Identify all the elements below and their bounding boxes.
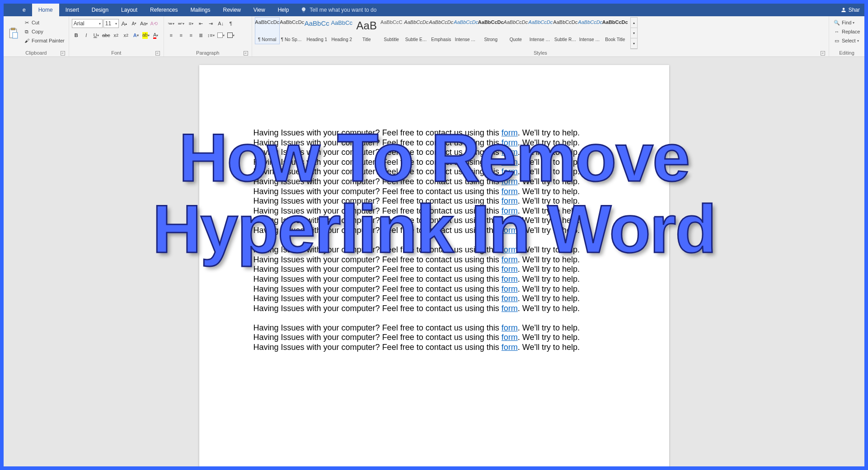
paragraph-launcher[interactable]: ⌐ (244, 51, 248, 56)
bold-button[interactable]: B (72, 31, 81, 40)
text-effects-button[interactable]: A▾ (131, 31, 141, 40)
cut-button[interactable]: ✂Cut (22, 19, 66, 27)
superscript-button[interactable]: x2 (122, 31, 131, 40)
doc-line[interactable]: Having Issues with your computer? Feel f… (253, 138, 615, 148)
form-link[interactable]: form (502, 148, 518, 157)
tell-me-search[interactable]: Tell me what you want to do (300, 7, 376, 13)
numbering-button[interactable]: ≕▾ (177, 19, 186, 28)
style-heading-2[interactable]: AaBbCcHeading 2 (329, 17, 354, 44)
form-link[interactable]: form (502, 245, 518, 254)
tab-help[interactable]: Help (272, 4, 296, 16)
doc-line[interactable]: Having Issues with your computer? Feel f… (253, 187, 615, 197)
align-left-button[interactable]: ≡ (167, 31, 176, 40)
shading-button[interactable]: ▾ (216, 31, 225, 40)
doc-line[interactable]: Having Issues with your computer? Feel f… (253, 284, 615, 294)
underline-button[interactable]: U▾ (92, 31, 101, 40)
style-emphasis[interactable]: AaBbCcDcEmphasis (429, 17, 454, 44)
font-name-combo[interactable]: Arial▾ (72, 19, 103, 28)
style-heading-1[interactable]: AaBbCcHeading 1 (305, 17, 329, 44)
doc-line[interactable]: Having Issues with your computer? Feel f… (253, 333, 615, 343)
change-case-button[interactable]: Aa▾ (140, 19, 149, 28)
page[interactable]: Having Issues with your computer? Feel f… (199, 65, 669, 466)
italic-button[interactable]: I (82, 31, 91, 40)
document-area[interactable]: Having Issues with your computer? Feel f… (4, 57, 864, 466)
doc-line[interactable]: Having Issues with your computer? Feel f… (253, 167, 615, 177)
style-book-title[interactable]: AaBbCcDcBook Title (603, 17, 628, 44)
styles-more[interactable]: ▴▾▾ (630, 17, 638, 49)
select-button[interactable]: ▭Select▾ (832, 37, 862, 45)
tab-layout[interactable]: Layout (115, 4, 144, 16)
doc-line[interactable]: Having Issues with your computer? Feel f… (253, 343, 615, 353)
form-link[interactable]: form (502, 304, 518, 313)
style---no-spac---[interactable]: AaBbCcDc¶ No Spac... (280, 17, 305, 44)
form-link[interactable]: form (502, 138, 518, 147)
strikethrough-button[interactable]: abc (102, 31, 111, 40)
clear-formatting-button[interactable]: A⟲ (150, 19, 159, 28)
doc-line[interactable]: Having Issues with your computer? Feel f… (253, 255, 615, 265)
font-color-button[interactable]: A▾ (151, 31, 160, 40)
share-button[interactable]: Shar (840, 7, 860, 13)
increase-indent-button[interactable]: ⇥ (206, 19, 216, 28)
tab-mailings[interactable]: Mailings (184, 4, 216, 16)
align-center-button[interactable]: ≡ (177, 31, 186, 40)
form-link[interactable]: form (502, 275, 518, 284)
styles-gallery[interactable]: AaBbCcDc¶ NormalAaBbCcDc¶ No Spac...AaBb… (255, 17, 628, 49)
style-strong[interactable]: AaBbCcDcStrong (479, 17, 503, 44)
doc-line[interactable]: Having Issues with your computer? Feel f… (253, 128, 615, 138)
clipboard-launcher[interactable]: ⌐ (61, 51, 65, 56)
style-subtle-ref---[interactable]: AaBbCcDcSubtle Ref... (553, 17, 578, 44)
form-link[interactable]: form (502, 206, 518, 215)
show-marks-button[interactable]: ¶ (226, 19, 235, 28)
form-link[interactable]: form (502, 177, 518, 186)
style-intense-re---[interactable]: AaBbCcDcIntense Re... (578, 17, 603, 44)
replace-button[interactable]: ↔Replace (832, 28, 862, 36)
form-link[interactable]: form (502, 216, 518, 225)
doc-line[interactable]: Having Issues with your computer? Feel f… (253, 245, 615, 255)
style-intense-q---[interactable]: AaBbCcDcIntense Q... (528, 17, 553, 44)
form-link[interactable]: form (502, 343, 518, 352)
doc-line[interactable]: Having Issues with your computer? Feel f… (253, 265, 615, 275)
font-launcher[interactable]: ⌐ (155, 51, 160, 56)
format-painter-button[interactable]: 🖌Format Painter (22, 37, 66, 45)
style-subtitle[interactable]: AaBbCcCSubtitle (379, 17, 404, 44)
doc-line[interactable]: Having Issues with your computer? Feel f… (253, 206, 615, 216)
bullets-button[interactable]: ≔▾ (167, 19, 176, 28)
doc-line[interactable]: Having Issues with your computer? Feel f… (253, 216, 615, 226)
paste-icon[interactable] (7, 27, 19, 40)
form-link[interactable]: form (502, 187, 518, 196)
style-intense-e---[interactable]: AaBbCcDcIntense E... (454, 17, 479, 44)
font-size-combo[interactable]: 11▾ (103, 19, 119, 28)
tab-design[interactable]: Design (85, 4, 115, 16)
shrink-font-button[interactable]: A▾ (130, 19, 139, 28)
tab-review[interactable]: Review (217, 4, 247, 16)
tab-file[interactable]: e (16, 4, 32, 16)
doc-line[interactable]: Having Issues with your computer? Feel f… (253, 148, 615, 158)
doc-line[interactable]: Having Issues with your computer? Feel f… (253, 294, 615, 304)
tab-references[interactable]: References (144, 4, 184, 16)
doc-line[interactable]: Having Issues with your computer? Feel f… (253, 304, 615, 314)
form-link[interactable]: form (502, 323, 518, 332)
decrease-indent-button[interactable]: ⇤ (197, 19, 206, 28)
subscript-button[interactable]: x2 (112, 31, 121, 40)
tab-view[interactable]: View (247, 4, 272, 16)
doc-line[interactable]: Having Issues with your computer? Feel f… (253, 323, 615, 333)
form-link[interactable]: form (502, 255, 518, 264)
doc-line[interactable]: Having Issues with your computer? Feel f… (253, 158, 615, 168)
form-link[interactable]: form (502, 196, 518, 205)
align-right-button[interactable]: ≡ (187, 31, 196, 40)
style-quote[interactable]: AaBbCcDcQuote (503, 17, 528, 44)
doc-line[interactable]: Having Issues with your computer? Feel f… (253, 275, 615, 284)
form-link[interactable]: form (502, 128, 518, 137)
form-link[interactable]: form (502, 265, 518, 274)
form-link[interactable]: form (502, 226, 518, 235)
sort-button[interactable]: A↓ (216, 19, 225, 28)
find-button[interactable]: 🔍Find▾ (832, 19, 862, 27)
form-link[interactable]: form (502, 284, 518, 293)
form-link[interactable]: form (502, 158, 518, 167)
grow-font-button[interactable]: A▴ (120, 19, 129, 28)
tab-insert[interactable]: Insert (59, 4, 85, 16)
highlight-button[interactable]: ab▾ (141, 31, 150, 40)
form-link[interactable]: form (502, 167, 518, 176)
style---normal[interactable]: AaBbCcDc¶ Normal (255, 17, 280, 44)
style-title[interactable]: AaBTitle (354, 17, 379, 44)
